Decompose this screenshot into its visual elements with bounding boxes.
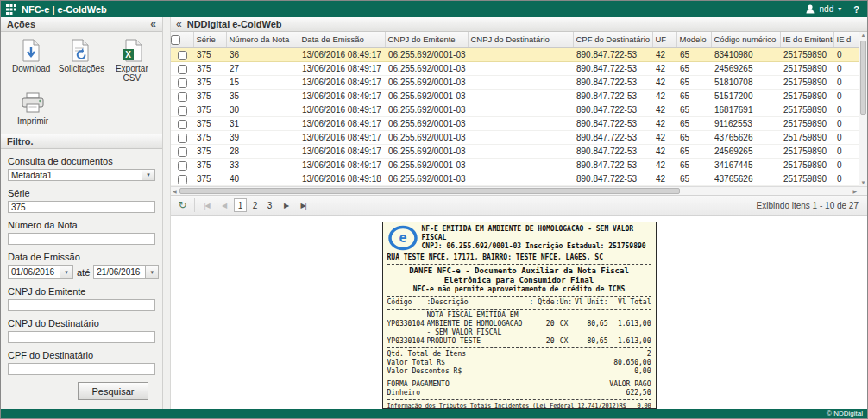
cell: 24569265 — [711, 61, 780, 75]
horizontal-scrollbar[interactable]: ◀ ▶ — [171, 186, 867, 195]
column-header-11[interactable]: IE d — [833, 32, 859, 47]
table-row[interactable]: 3753913/06/2016 08:49:1706.255.692/0001-… — [171, 130, 859, 144]
chevron-down-icon[interactable]: ▾ — [838, 5, 841, 13]
table-row[interactable]: 3753013/06/2016 08:49:1706.255.692/0001-… — [171, 103, 859, 116]
last-page-button[interactable]: ▶| — [296, 197, 311, 213]
cell: 65 — [676, 158, 711, 172]
help-button[interactable]: ? — [851, 4, 862, 15]
print-button[interactable]: Imprimir — [6, 89, 60, 128]
table-row[interactable]: 3751513/06/2016 08:49:1706.255.692/0001-… — [171, 75, 859, 89]
scroll-right-icon[interactable]: ▶ — [852, 188, 857, 194]
page-button-3[interactable]: 3 — [263, 198, 276, 212]
table-row[interactable]: 3753613/06/2016 08:49:1706.255.692/0001-… — [171, 47, 859, 61]
cell: 251759890 — [780, 172, 833, 185]
row-checkbox[interactable] — [178, 106, 187, 116]
serie-input[interactable] — [8, 201, 155, 213]
first-page-button[interactable]: |◀ — [199, 197, 214, 213]
table-row[interactable]: 3754013/06/2016 08:49:1806.255.692/0001-… — [171, 172, 859, 185]
export-csv-button[interactable]: X Exportar CSV — [107, 36, 157, 84]
prev-page-button[interactable]: ◀ — [217, 197, 231, 213]
cell: 65 — [676, 172, 711, 185]
column-header-8[interactable]: Modelo — [676, 32, 711, 47]
cell: 43765626 — [711, 130, 780, 144]
scroll-down-icon[interactable]: ▼ — [859, 180, 867, 185]
date-from-input[interactable]: 01/06/2016 ▾ — [8, 265, 73, 279]
row-checkbox[interactable] — [178, 92, 187, 102]
table-row[interactable]: 3752713/06/2016 08:49:1706.255.692/0001-… — [171, 61, 859, 75]
page-button-2[interactable]: 2 — [248, 198, 261, 212]
numero-nota-label: Número da Nota — [8, 220, 155, 230]
select-all-checkbox[interactable] — [171, 35, 180, 45]
cell: 06.255.692/0001-03 — [385, 172, 468, 185]
row-checkbox[interactable] — [178, 78, 187, 88]
table-row[interactable]: 3753513/06/2016 08:49:1706.255.692/0001-… — [171, 89, 859, 103]
column-header-6[interactable]: CPF do Destinatário — [573, 32, 652, 47]
page-button-1[interactable]: 1 — [234, 198, 247, 212]
cpf-destinatario-input[interactable] — [8, 363, 155, 375]
row-checkbox-cell — [171, 158, 193, 172]
next-page-button[interactable]: ▶ — [279, 197, 293, 213]
receipt-danfe-title: DANFE NFC-e - Documento Auxiliar da Nota… — [387, 266, 651, 285]
scroll-left-icon[interactable]: ◀ — [173, 188, 177, 194]
column-header-10[interactable]: IE do Emitente — [780, 32, 833, 47]
table-row[interactable]: 3753113/06/2016 08:49:1706.255.692/0001-… — [171, 116, 859, 130]
search-button[interactable]: Pesquisar — [78, 382, 148, 400]
row-checkbox[interactable] — [178, 51, 187, 60]
receipt-taxes: Informação dos Tributos Totais Incidente… — [387, 402, 651, 409]
cnpj-emitente-input[interactable] — [8, 299, 155, 311]
scroll-up-icon[interactable]: ▲ — [859, 33, 867, 38]
solicitacoes-button[interactable]: Solicitações — [56, 36, 106, 75]
item-qty: 20 — [529, 337, 555, 346]
row-checkbox[interactable] — [178, 161, 187, 171]
preview-pane: e NF-E EMITIDA EM AMBIENTE DE HOMOLOGACA… — [171, 216, 867, 409]
table-row[interactable]: 3752813/06/2016 08:49:1706.255.692/0001-… — [171, 144, 859, 158]
row-checkbox[interactable] — [178, 147, 187, 157]
user-menu[interactable]: ndd — [820, 4, 834, 14]
cell: 06.255.692/0001-03 — [385, 75, 468, 89]
row-checkbox[interactable] — [178, 175, 187, 184]
printer-icon — [21, 91, 45, 115]
receipt-divider — [387, 347, 651, 348]
actions-header-label: Ações — [7, 19, 35, 29]
cell: 375 — [193, 47, 226, 61]
calendar-dropdown-icon[interactable]: ▾ — [60, 266, 72, 278]
consulta-select[interactable]: Metadata1 ▾ — [8, 169, 155, 181]
collapse-panel-icon[interactable]: « — [176, 18, 182, 30]
column-header-2[interactable]: Número da Nota — [226, 32, 299, 47]
vertical-scrollbar[interactable]: ▲ ▼ — [859, 32, 867, 186]
calendar-dropdown-icon[interactable]: ▾ — [145, 266, 158, 278]
cell — [468, 172, 573, 185]
column-header-1[interactable]: Série — [193, 32, 226, 47]
download-icon — [21, 38, 41, 62]
column-header-3[interactable]: Data de Emissão — [299, 32, 385, 47]
numero-nota-input[interactable] — [8, 233, 155, 245]
horizontal-scroll-thumb[interactable] — [179, 188, 680, 194]
row-checkbox[interactable] — [178, 120, 187, 129]
cpf-destinatario-label: CPF do Destinatário — [8, 350, 155, 360]
chevron-down-icon[interactable]: ▾ — [142, 170, 154, 180]
items-header-unit: Vl Unit: — [574, 298, 608, 307]
collapse-sidebar-icon[interactable]: « — [150, 18, 156, 30]
cnpj-destinatario-input[interactable] — [8, 331, 155, 343]
row-checkbox[interactable] — [178, 134, 187, 143]
column-header-7[interactable]: UF — [652, 32, 676, 47]
column-header-5[interactable]: CNPJ do Destinatário — [468, 32, 573, 47]
receipt-cnpj-line: CNPJ: 06.255.692/0001-03 Inscrição Estad… — [422, 242, 651, 251]
vertical-scroll-thumb[interactable] — [860, 41, 866, 115]
print-label: Imprimir — [17, 116, 48, 126]
column-header-9[interactable]: Código numérico — [711, 32, 780, 47]
refresh-button[interactable]: ↻ — [175, 197, 190, 213]
date-to-input[interactable]: 21/06/2016 ▾ — [93, 265, 159, 279]
table-row[interactable]: 3753313/06/2016 08:49:1706.255.692/0001-… — [171, 158, 859, 172]
cell: 65 — [676, 144, 711, 158]
cell: 06.255.692/0001-03 — [385, 144, 468, 158]
column-header-4[interactable]: CNPJ do Emitente — [385, 32, 468, 47]
cell: 890.847.722-53 — [573, 89, 652, 103]
row-checkbox[interactable] — [178, 65, 187, 74]
receipt-row-label: Qtd. Total de Itens — [387, 350, 467, 359]
paging-separator — [194, 198, 195, 212]
filter-form: Consulta de documentos Metadata1 ▾ Série… — [1, 149, 162, 409]
row-checkbox-cell — [171, 172, 193, 185]
sidebar-splitter[interactable] — [163, 17, 171, 409]
download-button[interactable]: Download — [6, 36, 56, 75]
